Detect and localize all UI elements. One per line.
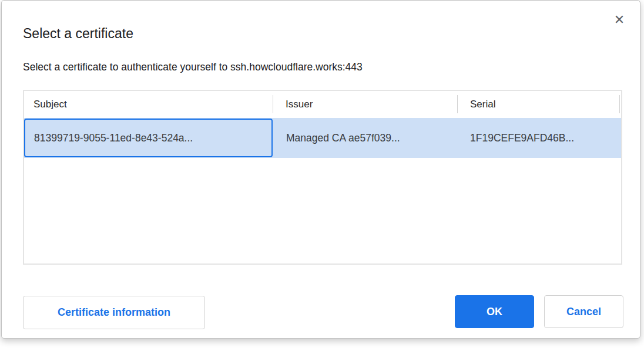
- certificate-dialog-screen: ✕ Select a certificate Select a certific…: [0, 0, 644, 358]
- table-header-row: Subject Issuer Serial: [24, 91, 621, 118]
- select-certificate-dialog: ✕ Select a certificate Select a certific…: [1, 0, 640, 339]
- certificate-row-selected[interactable]: 81399719-9055-11ed-8e43-524a... Managed …: [24, 118, 621, 158]
- column-divider: [457, 95, 458, 113]
- certificate-table: Subject Issuer Serial 81399719-9055-11ed…: [23, 90, 622, 265]
- close-icon[interactable]: ✕: [611, 11, 628, 29]
- column-header-issuer: Issuer: [273, 99, 457, 110]
- cell-serial[interactable]: 1F19CEFE9AFD46B...: [457, 118, 621, 158]
- dialog-title: Select a certificate: [23, 26, 133, 42]
- dialog-subtitle: Select a certificate to authenticate you…: [23, 61, 363, 73]
- certificate-information-button[interactable]: Certificate information: [23, 296, 205, 329]
- ok-button[interactable]: OK: [455, 295, 534, 328]
- cell-issuer[interactable]: Managed CA ae57f039...: [273, 118, 457, 158]
- cancel-button[interactable]: Cancel: [544, 295, 623, 328]
- column-divider: [619, 95, 620, 113]
- column-divider: [273, 95, 273, 113]
- column-header-subject: Subject: [24, 99, 273, 110]
- column-header-serial: Serial: [457, 99, 621, 110]
- cell-subject[interactable]: 81399719-9055-11ed-8e43-524a...: [24, 118, 273, 158]
